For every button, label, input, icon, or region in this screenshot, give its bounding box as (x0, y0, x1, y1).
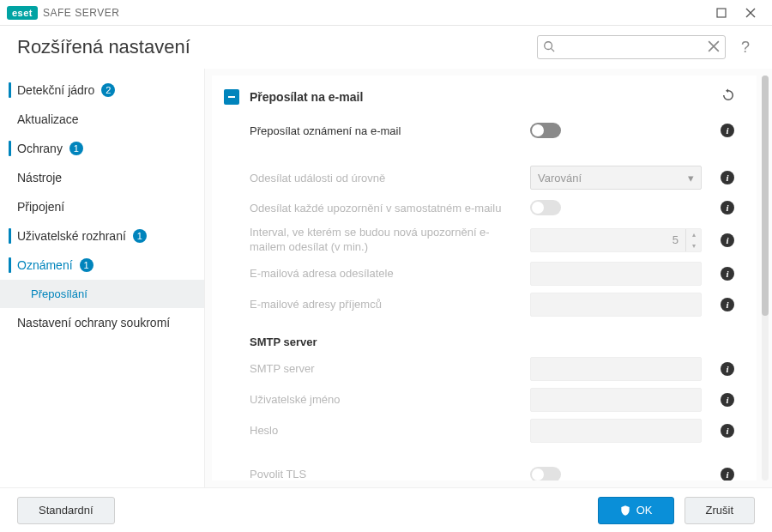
sidebar-item-label: Ochrany (17, 142, 63, 155)
sidebar-item-label: Detekční jádro (17, 83, 94, 97)
info-icon: i (721, 233, 734, 247)
select-value: Varování (538, 172, 582, 184)
sidebar-item-detection-core[interactable]: Detekční jádro 2 (0, 76, 204, 105)
sidebar-item-notifications[interactable]: Oznámení 1 (0, 251, 204, 280)
input-smtp-pass[interactable] (530, 419, 702, 443)
info-icon: i (721, 362, 734, 376)
select-min-level[interactable]: Varování ▾ (530, 166, 702, 190)
badge: 1 (133, 229, 147, 243)
subsection-smtp-title: SMTP server (224, 320, 736, 354)
info-button[interactable]: i (719, 124, 736, 137)
sidebar-item-tools[interactable]: Nástroje (0, 163, 204, 192)
spinner-interval[interactable]: 5 ▴ ▾ (530, 228, 702, 252)
row-tls: Povolit TLS i (224, 460, 736, 481)
info-icon: i (721, 267, 734, 281)
badge: 2 (101, 83, 115, 97)
square-icon (716, 8, 727, 18)
sidebar-item-privacy[interactable]: Nastavení ochrany soukromí (0, 308, 204, 337)
section-header: Přeposílat na e-mail (224, 88, 736, 106)
label-tls: Povolit TLS (250, 468, 522, 481)
info-icon: i (721, 171, 734, 184)
toggle-separate-emails[interactable] (530, 200, 561, 215)
row-smtp-server: SMTP server i (224, 354, 736, 384)
sidebar-item-label: Aktualizace (17, 112, 79, 126)
chevron-down-icon: ▾ (688, 172, 694, 184)
info-button[interactable]: i (719, 233, 736, 247)
scrollbar[interactable] (762, 76, 769, 481)
label-smtp-server: SMTP server (250, 362, 522, 375)
search-input[interactable] (537, 35, 726, 59)
titlebar: eset SAFE SERVER (0, 0, 772, 26)
info-button[interactable]: i (719, 171, 736, 184)
sidebar-item-updates[interactable]: Aktualizace (0, 105, 204, 134)
default-button[interactable]: Standardní (17, 497, 115, 524)
sidebar-item-label: Připojení (17, 200, 64, 214)
label-smtp-user: Uživatelské jméno (250, 393, 522, 406)
spinner-down[interactable]: ▾ (686, 240, 701, 251)
input-smtp-user[interactable] (530, 388, 702, 412)
brand-text: SAFE SERVER (43, 7, 119, 19)
info-icon: i (721, 124, 734, 137)
row-recipients: E-mailové adresy příjemců i (224, 289, 736, 320)
label-interval: Interval, ve kterém se budou nová upozor… (250, 226, 522, 255)
info-button[interactable]: i (719, 298, 736, 311)
input-sender[interactable] (530, 262, 702, 286)
row-forward-notify: Přeposílat oznámení na e-mail i (224, 116, 736, 145)
row-separate-emails: Odesílat každé upozornění v samostatném … (224, 193, 736, 222)
input-smtp-server[interactable] (530, 357, 702, 381)
input-recipients[interactable] (530, 293, 702, 317)
window-close-button[interactable] (736, 3, 765, 23)
brand-badge: eset (7, 6, 38, 20)
info-button[interactable]: i (719, 468, 736, 481)
info-icon: i (721, 424, 734, 438)
sidebar-item-label: Oznámení (17, 258, 73, 272)
spinner-value: 5 (531, 233, 685, 246)
info-button[interactable]: i (719, 393, 736, 407)
info-button[interactable]: i (719, 267, 736, 281)
page-title: Rozšířená nastavení (17, 36, 527, 58)
collapse-button[interactable] (224, 89, 239, 105)
sidebar-item-label: Nastavení ochrany soukromí (17, 316, 170, 329)
sidebar-item-forwarding[interactable]: Přeposílání (0, 280, 204, 308)
sidebar-item-ui[interactable]: Uživatelské rozhraní 1 (0, 221, 204, 251)
row-sender: E-mailová adresa odesílatele i (224, 258, 736, 289)
info-button[interactable]: i (719, 201, 736, 215)
badge: 1 (80, 258, 93, 272)
section-title: Přeposílat na e-mail (250, 90, 710, 104)
footer: Standardní OK Zrušit (0, 487, 772, 532)
search-clear-button[interactable] (708, 40, 720, 55)
label-sender: E-mailová adresa odesílatele (250, 267, 522, 280)
help-button[interactable]: ? (736, 39, 755, 57)
label-smtp-pass: Heslo (250, 424, 522, 437)
svg-rect-2 (228, 96, 235, 98)
ok-button[interactable]: OK (598, 497, 674, 524)
label-separate-emails: Odesílat každé upozornění v samostatném … (250, 202, 522, 215)
cancel-button[interactable]: Zrušit (685, 497, 756, 524)
sidebar-item-label: Uživatelské rozhraní (17, 229, 126, 243)
badge: 1 (69, 142, 83, 155)
scrollbar-thumb[interactable] (762, 76, 769, 316)
search-icon (543, 40, 555, 55)
label-min-level: Odesílat události od úrovně (250, 172, 522, 184)
toggle-tls[interactable] (530, 467, 561, 481)
info-button[interactable]: i (719, 424, 736, 438)
spinner-up[interactable]: ▴ (686, 229, 701, 240)
toggle-forward-notify[interactable] (530, 123, 561, 138)
label-recipients: E-mailové adresy příjemců (250, 298, 522, 311)
close-icon (745, 8, 756, 18)
undo-button[interactable] (721, 88, 736, 106)
x-icon (708, 40, 720, 52)
sidebar-item-label: Přeposílání (31, 287, 87, 300)
info-button[interactable]: i (719, 362, 736, 376)
sidebar-item-connection[interactable]: Připojení (0, 192, 204, 221)
window-maximize-button[interactable] (707, 3, 736, 23)
sidebar-item-protections[interactable]: Ochrany 1 (0, 134, 204, 163)
sidebar: Detekční jádro 2 Aktualizace Ochrany 1 N… (0, 69, 204, 487)
info-icon: i (721, 201, 734, 215)
brand: eset SAFE SERVER (7, 6, 119, 20)
label-forward-notify: Přeposílat oznámení na e-mail (250, 124, 522, 137)
info-icon: i (721, 298, 734, 311)
row-smtp-pass: Heslo i (224, 415, 736, 446)
content-area: Přeposílat na e-mail Přeposílat oznámení… (204, 69, 772, 487)
minus-icon (227, 93, 236, 101)
